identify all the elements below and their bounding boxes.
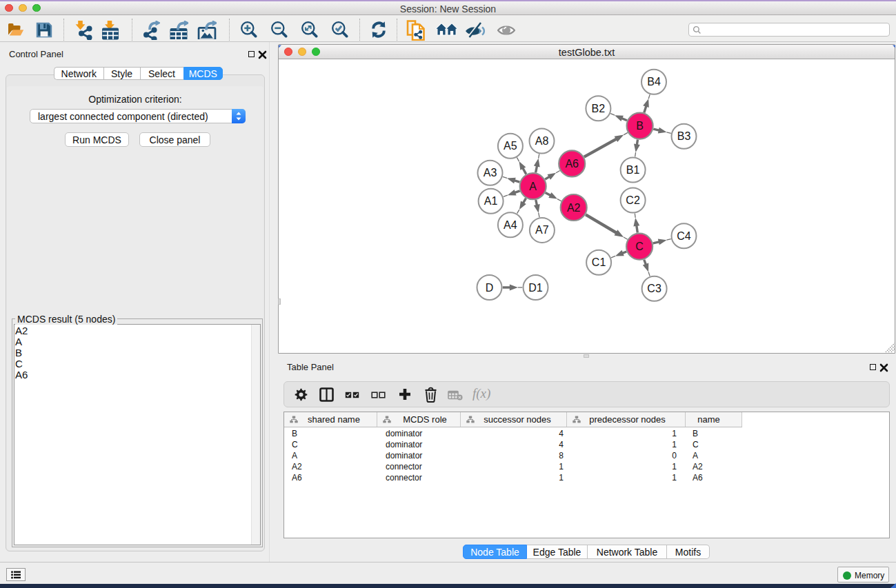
svg-text:C: C [635,241,644,252]
svg-text:C2: C2 [626,194,640,206]
svg-text:A2: A2 [567,202,581,214]
svg-text:C4: C4 [677,230,691,242]
svg-text:B4: B4 [647,76,661,88]
svg-text:D: D [486,282,494,294]
svg-text:A4: A4 [504,219,517,231]
svg-text:B2: B2 [592,103,606,114]
svg-text:A: A [529,181,537,192]
svg-text:B: B [636,120,644,132]
svg-text:B1: B1 [626,164,640,176]
svg-text:C3: C3 [647,283,661,294]
svg-text:A6: A6 [565,158,579,170]
svg-text:D1: D1 [528,282,543,294]
svg-text:A1: A1 [484,195,498,207]
svg-text:B3: B3 [677,130,691,142]
svg-text:A8: A8 [535,135,549,147]
svg-text:A3: A3 [484,167,497,179]
svg-text:A5: A5 [504,140,517,152]
svg-text:C1: C1 [592,256,606,268]
svg-text:A7: A7 [535,224,549,236]
